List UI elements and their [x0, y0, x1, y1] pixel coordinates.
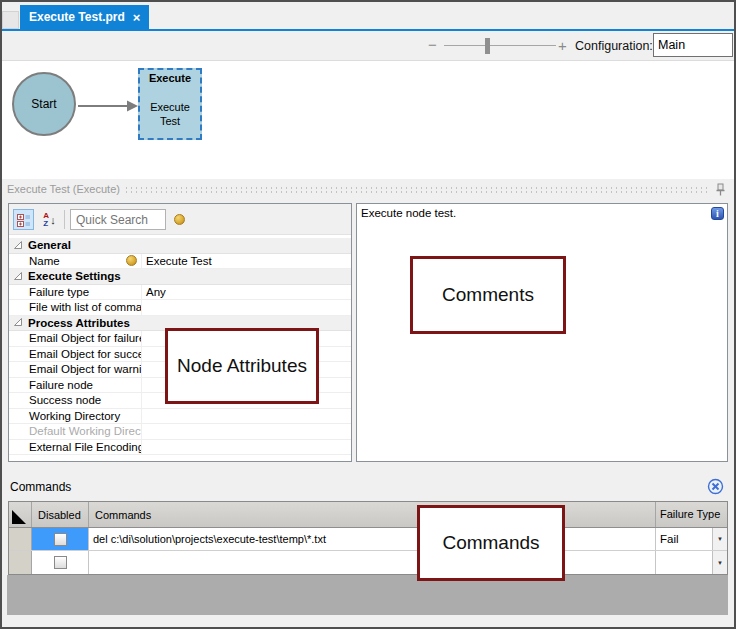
attribute-badge-icon	[126, 255, 137, 266]
sort-alphabetical-button[interactable]: A Z ↓	[38, 209, 61, 230]
category-expand-icon	[14, 272, 23, 281]
sort-az-icon: A Z	[43, 212, 49, 228]
column-header-disabled[interactable]: Disabled	[32, 502, 89, 527]
zoom-out-icon[interactable]: −	[428, 36, 437, 53]
design-canvas[interactable]: Start Execute Execute Test	[2, 60, 734, 179]
property-value-name[interactable]: Execute Test	[141, 254, 351, 269]
configuration-input[interactable]	[653, 33, 733, 57]
categorize-icon	[17, 213, 31, 227]
tab-execute-test[interactable]: Execute Test.prd ×	[20, 5, 149, 29]
property-value-failure-type[interactable]: Any	[141, 285, 351, 300]
disabled-cell[interactable]	[32, 528, 89, 550]
property-row-failure-type[interactable]: Failure type Any	[9, 285, 351, 301]
property-row-name[interactable]: Name Execute Test	[9, 254, 351, 270]
annotation-node-attributes: Node Attributes	[165, 328, 319, 404]
tab-close-icon[interactable]: ×	[133, 11, 141, 24]
connector-arrow	[78, 98, 140, 114]
dock-panel-header: Execute Test (Execute)	[2, 181, 734, 198]
property-row-default-working-directory: Default Working Directory	[9, 424, 351, 440]
corner-triangle-icon	[12, 510, 26, 524]
execute-node[interactable]: Execute Execute Test	[138, 68, 202, 140]
row-selector[interactable]	[9, 528, 32, 550]
property-row-external-file-encoding[interactable]: External File Encoding	[9, 440, 351, 456]
command-row[interactable]: ▼	[9, 551, 727, 574]
commands-grid-empty-area	[7, 575, 728, 615]
chevron-down-icon: ▼	[717, 560, 723, 566]
category-general[interactable]: General	[9, 238, 351, 254]
process-designer-window: Execute Test.prd × − + Configuration: St…	[0, 0, 736, 629]
sort-arrow-icon: ↓	[50, 214, 56, 226]
disabled-checkbox[interactable]	[54, 533, 67, 546]
zoom-in-icon[interactable]: +	[558, 37, 567, 54]
annotation-comments: Comments	[410, 256, 566, 334]
failure-type-value[interactable]: Fail	[656, 528, 712, 550]
close-commands-icon[interactable]	[707, 478, 724, 495]
tab-underline	[2, 29, 734, 31]
zoom-slider-thumb[interactable]	[485, 38, 490, 54]
start-node-label: Start	[31, 97, 56, 111]
tab-strip-stub	[2, 11, 19, 29]
property-row-working-directory[interactable]: Working Directory	[9, 409, 351, 425]
disabled-checkbox[interactable]	[54, 556, 67, 569]
quick-search-input[interactable]	[70, 209, 166, 230]
pin-icon[interactable]	[714, 183, 727, 196]
execute-node-type-label: Execute	[140, 72, 200, 84]
commands-table-header: Disabled Commands Failure Type	[9, 502, 727, 528]
attribute-badge-icon	[174, 214, 185, 225]
column-header-failure-type[interactable]: Failure Type	[656, 502, 727, 527]
property-grid-toolbar: A Z ↓	[9, 204, 351, 235]
dock-grip-texture	[124, 186, 708, 195]
commands-section-title: Commands	[10, 480, 71, 494]
row-selector[interactable]	[9, 551, 32, 574]
tab-title: Execute Test.prd	[29, 10, 125, 24]
comments-text[interactable]: Execute node test.	[361, 207, 456, 219]
property-row-file-with-list[interactable]: File with list of commands	[9, 300, 351, 316]
execute-node-name-label: Execute Test	[140, 101, 200, 129]
chevron-down-icon: ▼	[717, 536, 723, 542]
annotation-commands: Commands	[417, 505, 565, 581]
column-header-commands[interactable]: Commands	[89, 502, 656, 527]
configuration-label: Configuration:	[575, 39, 653, 53]
zoom-slider-track[interactable]	[444, 45, 556, 46]
commands-table: Disabled Commands Failure Type del c:\di…	[8, 501, 728, 575]
category-expand-icon	[14, 241, 23, 250]
failure-type-cell[interactable]: ▼	[656, 551, 727, 574]
dock-panel-title: Execute Test (Execute)	[7, 183, 120, 195]
dropdown-button[interactable]: ▼	[712, 528, 727, 550]
disabled-cell[interactable]	[32, 551, 89, 574]
toolbar-separator	[64, 210, 65, 229]
start-node[interactable]: Start	[12, 72, 76, 136]
info-icon[interactable]: i	[711, 207, 724, 220]
select-all-corner[interactable]	[9, 502, 32, 527]
failure-type-cell[interactable]: Fail ▼	[656, 528, 727, 550]
dropdown-button[interactable]: ▼	[712, 551, 727, 574]
category-execute-settings[interactable]: Execute Settings	[9, 269, 351, 285]
categorize-view-button[interactable]	[13, 209, 34, 230]
failure-type-value[interactable]	[656, 551, 712, 574]
command-cell[interactable]	[89, 551, 656, 574]
command-cell[interactable]: del c:\di\solution\projects\execute-test…	[89, 528, 656, 550]
command-row[interactable]: del c:\di\solution\projects\execute-test…	[9, 528, 727, 551]
category-expand-icon	[14, 318, 23, 327]
